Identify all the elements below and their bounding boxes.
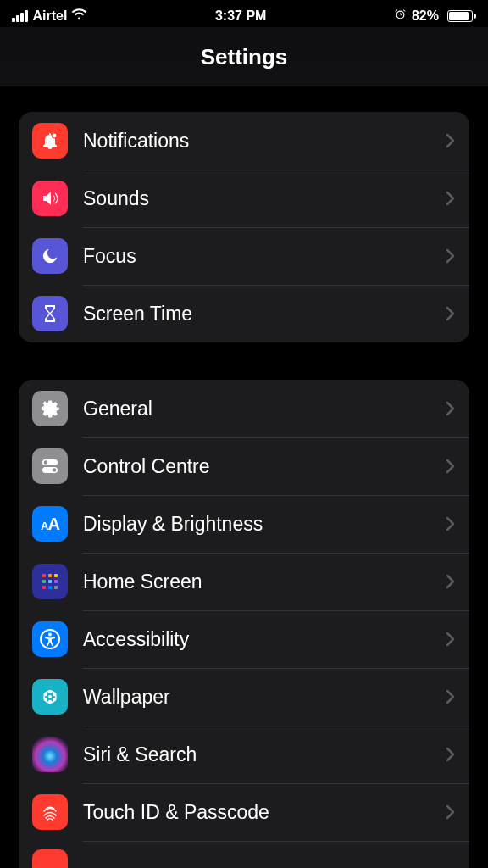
- status-right: 82%: [394, 8, 476, 25]
- chevron-right-icon: [446, 804, 456, 820]
- settings-group-1: General Control Centre AA Display & Brig…: [19, 380, 469, 868]
- svg-point-21: [44, 698, 48, 702]
- chevron-right-icon: [446, 632, 456, 647]
- settings-group-0: Notifications Sounds Focus Screen Time: [19, 112, 469, 342]
- svg-rect-11: [42, 586, 46, 589]
- row-label: General: [83, 398, 446, 420]
- row-control-centre[interactable]: Control Centre: [19, 437, 469, 495]
- home-grid-icon: [32, 564, 68, 599]
- sos-icon: [32, 849, 68, 868]
- battery-icon: [444, 10, 476, 22]
- row-label: Control Centre: [83, 455, 446, 478]
- row-focus[interactable]: Focus: [19, 227, 469, 285]
- chevron-right-icon: [446, 459, 456, 474]
- status-left: Airtel: [12, 8, 87, 24]
- row-label: Accessibility: [83, 628, 446, 651]
- row-label: Screen Time: [83, 303, 446, 326]
- moon-icon: [32, 238, 68, 274]
- row-siri-search[interactable]: Siri & Search: [19, 726, 469, 783]
- svg-rect-9: [48, 580, 52, 583]
- svg-point-18: [48, 700, 53, 704]
- cellular-signal-icon: [12, 10, 28, 22]
- gear-icon: [32, 391, 68, 426]
- row-label: Focus: [83, 245, 446, 268]
- wifi-icon: [71, 8, 87, 24]
- row-display-brightness[interactable]: AA Display & Brightness: [19, 495, 469, 553]
- fingerprint-icon: [32, 794, 68, 830]
- svg-rect-6: [48, 574, 52, 577]
- row-label: Sounds: [83, 187, 446, 210]
- row-notifications[interactable]: Notifications: [19, 112, 469, 170]
- row-label: Notifications: [83, 130, 446, 153]
- clock-label: 3:37 PM: [215, 8, 266, 24]
- wallpaper-icon: [32, 679, 68, 715]
- row-label: Touch ID & Passcode: [83, 801, 446, 824]
- carrier-label: Airtel: [33, 8, 68, 24]
- row-general[interactable]: General: [19, 380, 469, 437]
- svg-point-17: [48, 690, 53, 694]
- svg-rect-8: [42, 580, 46, 583]
- svg-rect-10: [54, 580, 58, 583]
- chevron-right-icon: [446, 574, 456, 589]
- row-accessibility[interactable]: Accessibility: [19, 610, 469, 668]
- battery-percent-label: 82%: [412, 8, 439, 24]
- row-partial[interactable]: [19, 841, 469, 868]
- row-label: Siri & Search: [83, 743, 446, 766]
- svg-point-4: [53, 468, 57, 472]
- svg-rect-12: [48, 586, 52, 589]
- row-sounds[interactable]: Sounds: [19, 170, 469, 227]
- svg-point-23: [48, 695, 52, 698]
- svg-rect-7: [54, 574, 58, 577]
- chevron-right-icon: [446, 133, 456, 148]
- row-label: Wallpaper: [83, 686, 446, 709]
- page-title: Settings: [0, 27, 488, 86]
- chevron-right-icon: [446, 689, 456, 704]
- svg-point-20: [53, 693, 57, 697]
- svg-point-19: [44, 693, 48, 697]
- row-label: Home Screen: [83, 570, 446, 593]
- chevron-right-icon: [446, 306, 456, 321]
- row-touch-id-passcode[interactable]: Touch ID & Passcode: [19, 783, 469, 841]
- svg-point-15: [48, 633, 52, 637]
- accessibility-icon: [32, 621, 68, 657]
- svg-point-0: [52, 133, 57, 138]
- row-wallpaper[interactable]: Wallpaper: [19, 668, 469, 726]
- alarm-icon: [394, 8, 407, 25]
- settings-content: Notifications Sounds Focus Screen Time: [0, 86, 488, 868]
- status-bar: Airtel 3:37 PM 82%: [0, 0, 488, 27]
- siri-icon: [32, 737, 68, 772]
- bell-icon: [32, 123, 68, 159]
- svg-point-2: [44, 460, 48, 465]
- svg-rect-13: [54, 586, 58, 589]
- svg-point-22: [53, 698, 57, 702]
- row-home-screen[interactable]: Home Screen: [19, 553, 469, 610]
- hourglass-icon: [32, 296, 68, 331]
- chevron-right-icon: [446, 191, 456, 206]
- toggles-icon: [32, 448, 68, 484]
- chevron-right-icon: [446, 401, 456, 416]
- chevron-right-icon: [446, 516, 456, 531]
- row-screen-time[interactable]: Screen Time: [19, 285, 469, 342]
- chevron-right-icon: [446, 747, 456, 762]
- row-label: Display & Brightness: [83, 513, 446, 536]
- text-size-icon: AA: [32, 506, 68, 542]
- speaker-icon: [32, 181, 68, 216]
- svg-rect-5: [42, 574, 46, 577]
- chevron-right-icon: [446, 248, 456, 264]
